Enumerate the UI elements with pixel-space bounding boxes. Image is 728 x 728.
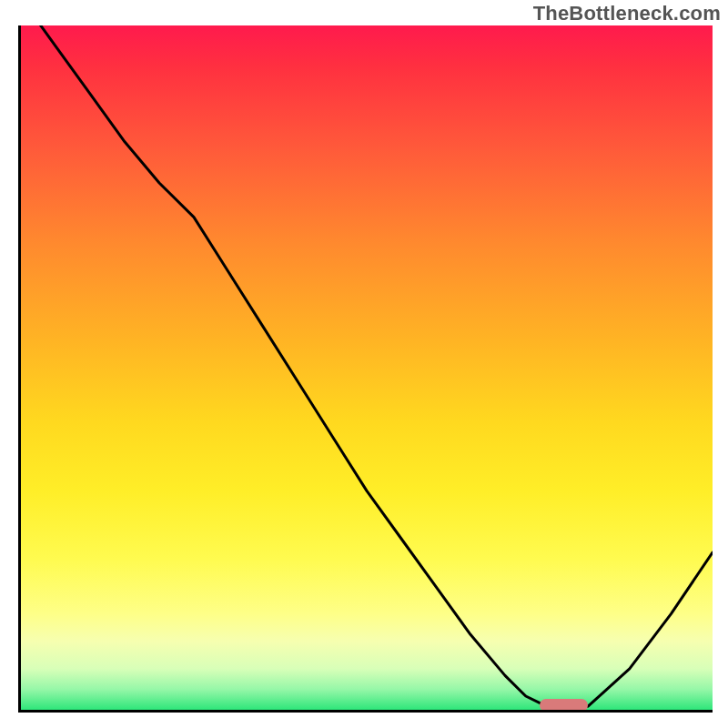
chart-container: TheBottleneck.com <box>0 0 728 728</box>
plot-area <box>18 25 713 713</box>
watermark-text: TheBottleneck.com <box>533 2 721 25</box>
optimal-range-marker <box>540 699 588 712</box>
bottleneck-curve <box>21 25 713 708</box>
curve-svg <box>21 25 713 710</box>
